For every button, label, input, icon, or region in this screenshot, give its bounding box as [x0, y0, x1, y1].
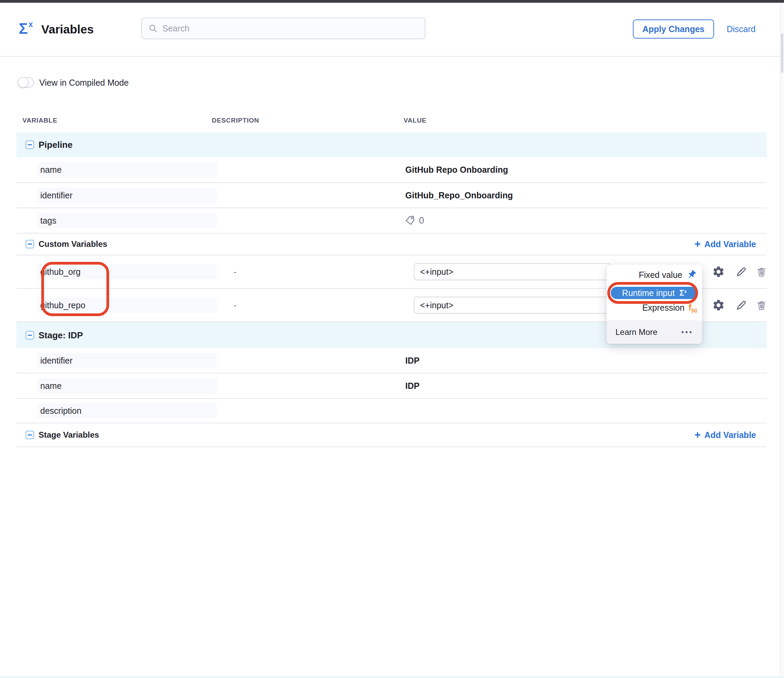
section-header-custom-variables: Custom Variables + Add Variable: [16, 234, 767, 256]
scrollbar-track[interactable]: [780, 3, 784, 678]
row-label: identifier: [40, 190, 73, 200]
search-icon: [148, 23, 158, 33]
row-label: name: [40, 165, 62, 175]
table-row-pipeline-identifier: identifier GitHub_Repo_Onboarding: [16, 183, 767, 208]
window-top-bar: [0, 0, 784, 3]
runtime-input-sigma-icon: Σx: [19, 20, 33, 36]
table-row-stage-name: name IDP: [16, 374, 767, 399]
pin-icon: [686, 270, 697, 280]
row-value: IDP: [405, 381, 420, 391]
label-pill: [37, 162, 217, 177]
settings-gear-icon[interactable]: [712, 265, 725, 278]
row-description: -: [234, 301, 236, 310]
add-variable-button[interactable]: + Add Variable: [694, 430, 756, 440]
delete-trash-icon[interactable]: [756, 299, 767, 311]
scrollbar-thumb[interactable]: [781, 33, 783, 73]
collapse-icon[interactable]: [26, 240, 34, 249]
column-header-variable: VARIABLE: [23, 117, 57, 124]
section-title: Stage Variables: [39, 430, 99, 440]
collapse-icon[interactable]: [26, 431, 34, 440]
compiled-mode-toggle[interactable]: [18, 77, 34, 88]
label-pill: [37, 213, 217, 228]
row-value: GitHub Repo Onboarding: [405, 165, 508, 175]
column-header-description: DESCRIPTION: [212, 117, 259, 124]
learn-more-link[interactable]: Learn More: [616, 327, 657, 337]
panel-header: Σx Variables Apply Changes Discard: [0, 3, 784, 57]
section-title: Custom Variables: [39, 239, 107, 249]
edit-pencil-icon[interactable]: [735, 299, 748, 311]
settings-gear-icon[interactable]: [712, 299, 725, 312]
apply-changes-button[interactable]: Apply Changes: [633, 19, 714, 39]
section-title: Stage: IDP: [39, 330, 83, 341]
section-title: Pipeline: [39, 140, 73, 150]
value-input-github-repo[interactable]: <+input>: [414, 297, 611, 314]
row-value: GitHub_Repo_Onboarding: [405, 190, 513, 200]
tag-icon: [404, 215, 415, 226]
table-row-stage-identifier: identifier IDP: [16, 348, 767, 374]
add-variable-button[interactable]: + Add Variable: [694, 239, 756, 249]
collapse-icon[interactable]: [26, 331, 34, 340]
search-box[interactable]: [141, 17, 425, 39]
plus-icon: +: [694, 429, 700, 440]
tags-value: 0: [404, 215, 424, 226]
search-input[interactable]: [162, 23, 418, 33]
section-header-pipeline: Pipeline: [16, 132, 767, 157]
variables-panel: Σx Variables Apply Changes Discard View …: [0, 0, 784, 678]
collapse-icon[interactable]: [26, 141, 34, 149]
row-label: github_repo: [40, 301, 85, 310]
tags-count: 0: [419, 215, 424, 226]
row-label: description: [40, 406, 81, 416]
row-label: name: [40, 381, 62, 391]
row-description: -: [234, 267, 236, 277]
section-header-stage-variables: Stage Variables + Add Variable: [16, 423, 767, 447]
compiled-mode-label: View in Compiled Mode: [39, 78, 129, 88]
plus-icon: +: [694, 238, 700, 249]
toggle-knob: [18, 78, 28, 87]
sigma-icon: Σx: [680, 288, 687, 298]
next-section-edge: [0, 676, 784, 678]
table-row-stage-description: description: [16, 399, 767, 423]
page-title: Variables: [41, 23, 94, 36]
ellipsis-icon[interactable]: •••: [681, 328, 693, 337]
menu-footer: Learn More •••: [607, 320, 702, 344]
value-type-menu: Fixed value Runtime input Σx Expression …: [607, 265, 702, 344]
table-row-pipeline-name: name GitHub Repo Onboarding: [16, 157, 767, 183]
fx-icon: f(x): [689, 302, 697, 313]
menu-item-expression[interactable]: Expression f(x): [607, 301, 702, 315]
discard-button[interactable]: Discard: [727, 19, 756, 39]
column-header-value: VALUE: [404, 117, 426, 124]
row-label: tags: [40, 216, 56, 226]
edit-pencil-icon[interactable]: [735, 266, 748, 278]
table-row-pipeline-tags: tags 0: [16, 208, 767, 234]
value-input-github-org[interactable]: <+input>: [414, 263, 611, 280]
label-pill: [37, 378, 217, 393]
row-value: IDP: [405, 356, 420, 366]
menu-item-runtime-input[interactable]: Runtime input Σx: [611, 287, 698, 299]
row-label: github_org: [40, 267, 81, 277]
row-label: identifier: [40, 356, 73, 366]
delete-trash-icon[interactable]: [756, 266, 767, 277]
menu-item-fixed-value[interactable]: Fixed value: [607, 268, 702, 282]
